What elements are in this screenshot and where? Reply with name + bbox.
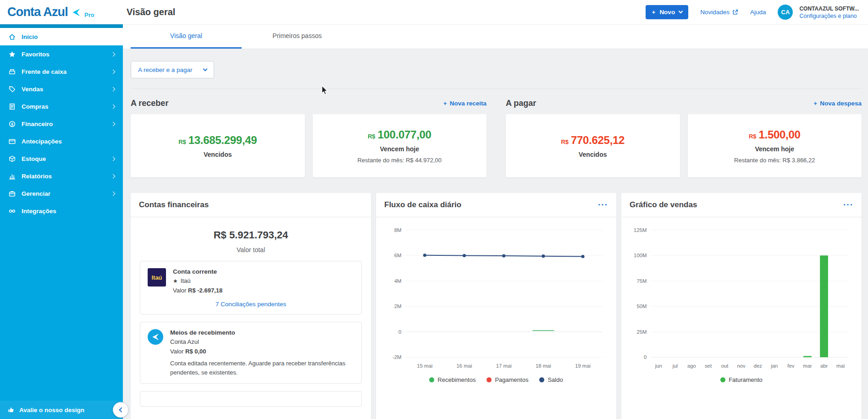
- tabs-bar: Visão geral Primeiros passos: [123, 24, 868, 49]
- payables-title: A pagar: [506, 99, 536, 108]
- sales-panel-title: Gráfico de vendas: [630, 200, 697, 210]
- chevron-right-icon: [111, 174, 116, 178]
- tab-primeiros-passos[interactable]: Primeiros passos: [242, 24, 353, 49]
- more-options-icon[interactable]: ···: [598, 202, 608, 208]
- svg-text:16 mai: 16 mai: [457, 363, 472, 369]
- tag-icon: [8, 85, 16, 93]
- svg-text:17 mai: 17 mai: [496, 363, 512, 369]
- briefcase-icon: [8, 190, 16, 198]
- svg-text:100M: 100M: [634, 253, 647, 258]
- home-icon: [8, 33, 16, 41]
- rate-design-label: Avalie o nosso design: [19, 407, 84, 413]
- chevron-right-icon: [111, 156, 116, 161]
- sidebar-item-vendas[interactable]: Vendas: [0, 80, 123, 98]
- new-expense-link[interactable]: + Nova despesa: [813, 100, 862, 107]
- legend-item: Pagamentos: [487, 376, 528, 383]
- star-icon: [8, 50, 16, 58]
- receipt-icon: [8, 103, 16, 110]
- svg-text:out: out: [721, 363, 729, 369]
- legend-item: Recebimentos: [429, 376, 475, 383]
- star-icon: ★: [173, 278, 178, 284]
- sidebar-item-favoritos[interactable]: Favoritos: [0, 45, 123, 63]
- sidebar-item-antecipacoes[interactable]: Antecipações: [0, 132, 123, 150]
- financial-accounts-panel: Contas financeiras R$ 5.921.793,24 Valor…: [131, 193, 371, 419]
- chevron-left-icon: [119, 407, 124, 412]
- chevron-right-icon: [111, 52, 116, 56]
- sidebar-item-estoque[interactable]: Estoque: [0, 150, 123, 167]
- svg-text:125M: 125M: [634, 227, 647, 233]
- cashflow-line-chart: 8M6M4M2M0-2M15 mai16 mai17 mai18 mai19 m…: [383, 224, 609, 374]
- account-card-partial: [140, 391, 362, 407]
- page-title: Visão geral: [127, 7, 175, 17]
- receivables-overdue-card: R$13.685.299,49 Vencidos: [131, 114, 305, 177]
- svg-text:jan: jan: [770, 363, 778, 369]
- chevron-down-icon: [203, 66, 207, 71]
- plus-icon: +: [443, 100, 447, 107]
- avatar[interactable]: CA: [778, 5, 793, 20]
- svg-text:set: set: [705, 363, 712, 369]
- sidebar-item-gerenciar[interactable]: Gerenciar: [0, 185, 123, 202]
- accounts-total-value: R$ 5.921.793,24: [140, 229, 362, 241]
- svg-text:nov: nov: [737, 363, 746, 369]
- sidebar-item-inicio[interactable]: Início: [0, 28, 123, 45]
- bar-chart-icon: [8, 172, 16, 180]
- divider: [131, 88, 862, 88]
- sidebar-item-frente-de-caixa[interactable]: Frente de caixa: [0, 63, 123, 80]
- dollar-circle-icon: $: [8, 120, 16, 128]
- svg-text:75M: 75M: [636, 278, 647, 284]
- pro-badge: Pro: [84, 11, 94, 18]
- thumbs-up-icon: [7, 406, 15, 413]
- svg-text:2M: 2M: [394, 303, 402, 309]
- rate-design-button[interactable]: Avalie o nosso design: [0, 401, 123, 419]
- tab-visao-geral[interactable]: Visão geral: [131, 24, 242, 49]
- account-balance: R$ -2.697,18: [188, 287, 222, 294]
- svg-text:50M: 50M: [636, 303, 647, 309]
- news-link[interactable]: Novidades: [700, 9, 738, 16]
- new-button[interactable]: + Novo: [646, 5, 688, 19]
- external-link-icon: [732, 9, 738, 15]
- sidebar-nav: Início Favoritos Frente de caixa Vendas …: [0, 28, 123, 220]
- account-card-contaazul[interactable]: Meios de recebimento Conta Azul Valor R$…: [140, 322, 362, 384]
- filter-dropdown[interactable]: A receber e a pagar: [131, 61, 214, 78]
- svg-text:jun: jun: [655, 363, 662, 369]
- chevron-right-icon: [111, 69, 116, 74]
- topbar: Conta Azul Pro Visão geral + Novo Novida…: [0, 0, 868, 24]
- cashflow-panel-title: Fluxo de caixa diário: [384, 200, 461, 210]
- sidebar-item-financeiro[interactable]: $ Financeiro: [0, 115, 123, 132]
- payables-overdue-card: R$770.625,12 Vencidos: [506, 114, 680, 177]
- sidebar-top-strip: [0, 24, 123, 28]
- receivables-due-today-amount: 100.077,00: [378, 128, 431, 141]
- new-revenue-link[interactable]: + Nova receita: [443, 100, 487, 107]
- cashflow-legend: RecebimentosPagamentosSaldo: [383, 376, 609, 383]
- chevron-right-icon: [111, 104, 116, 109]
- help-link[interactable]: Ajuda: [750, 9, 766, 16]
- svg-text:ago: ago: [687, 363, 696, 369]
- app-logo[interactable]: Conta Azul Pro: [7, 5, 122, 19]
- payables-overdue-amount: 770.625,12: [571, 134, 625, 147]
- receivables-section: A receber + Nova receita R$13.685.299,49…: [131, 99, 487, 177]
- filter-dropdown-label: A receber e a pagar: [138, 66, 193, 73]
- svg-text:abr: abr: [820, 363, 828, 369]
- sidebar-item-integracoes[interactable]: Integrações: [0, 202, 123, 220]
- receivables-title: A receber: [131, 99, 168, 108]
- svg-text:0: 0: [398, 329, 401, 335]
- settings-plan-link[interactable]: Configurações e plano: [799, 13, 859, 19]
- sidebar-item-compras[interactable]: Compras: [0, 98, 123, 115]
- collapse-sidebar-button[interactable]: [113, 402, 128, 418]
- svg-text:mai: mai: [836, 363, 845, 369]
- sidebar-item-relatorios[interactable]: Relatórios: [0, 167, 123, 185]
- chevron-right-icon: [111, 191, 116, 196]
- svg-text:-2M: -2M: [393, 354, 401, 360]
- more-options-icon[interactable]: ···: [843, 202, 853, 208]
- news-link-label: Novidades: [700, 9, 730, 16]
- accounts-panel-title: Contas financeiras: [139, 200, 209, 210]
- pending-reconciliations-link[interactable]: 7 Conciliações pendentes: [148, 301, 354, 308]
- account-card-itau[interactable]: Itaú Conta corrente ★ Itaú Valor R$ -2.6…: [140, 261, 362, 314]
- sidebar: Início Favoritos Frente de caixa Vendas …: [0, 24, 123, 419]
- help-link-label: Ajuda: [750, 9, 766, 16]
- svg-text:jul: jul: [672, 363, 678, 369]
- card-icon: [8, 138, 16, 145]
- contaazul-logo: [148, 329, 163, 345]
- sales-bar-chart: 125M100M75M50M25M0junjulagosetoutnovdezj…: [629, 224, 854, 374]
- svg-text:6M: 6M: [394, 253, 402, 258]
